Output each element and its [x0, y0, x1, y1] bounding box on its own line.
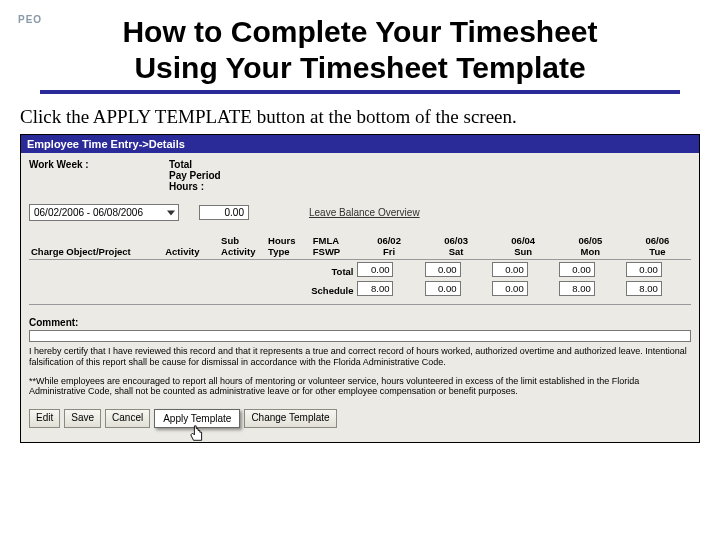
cancel-button[interactable]: Cancel	[105, 409, 150, 428]
schedule-row-label: Schedule	[266, 279, 355, 298]
col-activity: Activity	[163, 233, 219, 260]
volunteer-note: **While employees are encouraged to repo…	[29, 376, 691, 398]
total-d3: 0.00	[559, 262, 595, 277]
schedule-d4: 8.00	[626, 281, 662, 296]
total-d2: 0.00	[492, 262, 528, 277]
change-template-button[interactable]: Change Template	[244, 409, 336, 428]
schedule-row: Schedule 8.00 0.00 0.00 8.00 8.00	[29, 279, 691, 298]
col-sub-activity: SubActivity	[219, 233, 266, 260]
title-line-1: How to Complete Your Timesheet	[122, 15, 597, 48]
col-fmla: FMLAFSWP	[311, 233, 356, 260]
col-hours-type: HoursType	[266, 233, 311, 260]
logo: PEO	[18, 14, 42, 25]
app-header: Employee Time Entry->Details	[21, 135, 699, 153]
total-pay-period-label: Total Pay Period Hours :	[169, 159, 221, 192]
workweek-select[interactable]: 06/02/2006 - 06/08/2006	[29, 204, 179, 221]
total-d0: 0.00	[357, 262, 393, 277]
total-d1: 0.00	[425, 262, 461, 277]
hours-grid: Charge Object/Project Activity SubActivi…	[29, 233, 691, 298]
certification-text: I hereby certify that I have reviewed th…	[29, 346, 691, 368]
comment-label: Comment:	[29, 317, 78, 328]
schedule-d3: 8.00	[559, 281, 595, 296]
schedule-d0: 8.00	[357, 281, 393, 296]
schedule-d1: 0.00	[425, 281, 461, 296]
workweek-label: Work Week :	[29, 159, 149, 170]
timesheet-app: Employee Time Entry->Details Work Week :…	[20, 134, 700, 443]
total-hours-value: 0.00	[199, 205, 249, 220]
slide-title: How to Complete Your Timesheet Using You…	[40, 14, 680, 94]
instruction-text: Click the APPLY TEMPLATE button at the b…	[20, 106, 700, 128]
edit-button[interactable]: Edit	[29, 409, 60, 428]
comment-input[interactable]	[29, 330, 691, 342]
save-button[interactable]: Save	[64, 409, 101, 428]
col-day-1: 06/03Sat	[423, 233, 490, 260]
total-row: Total 0.00 0.00 0.00 0.00 0.00	[29, 260, 691, 280]
col-day-4: 06/06Tue	[624, 233, 691, 260]
apply-template-button[interactable]: Apply Template	[154, 409, 240, 428]
pointer-cursor-icon	[189, 424, 207, 444]
total-d4: 0.00	[626, 262, 662, 277]
col-day-0: 06/02Fri	[355, 233, 422, 260]
col-day-3: 06/05Mon	[557, 233, 624, 260]
col-charge: Charge Object/Project	[29, 233, 163, 260]
total-row-label: Total	[266, 260, 355, 280]
button-toolbar: Edit Save Cancel Apply Template Change T…	[21, 403, 699, 442]
schedule-d2: 0.00	[492, 281, 528, 296]
leave-balance-link[interactable]: Leave Balance Overview	[309, 207, 420, 218]
title-line-2: Using Your Timesheet Template	[134, 51, 585, 84]
col-day-2: 06/04Sun	[490, 233, 557, 260]
